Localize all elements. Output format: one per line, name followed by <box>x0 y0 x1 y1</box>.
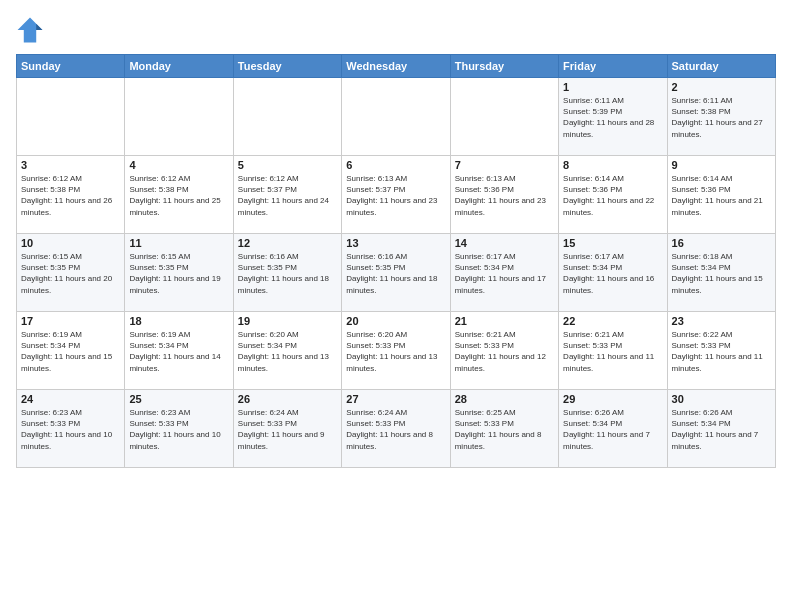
day-number: 1 <box>563 81 662 93</box>
calendar-cell: 19Sunrise: 6:20 AM Sunset: 5:34 PM Dayli… <box>233 312 341 390</box>
day-info: Sunrise: 6:14 AM Sunset: 5:36 PM Dayligh… <box>563 173 662 218</box>
day-number: 14 <box>455 237 554 249</box>
day-number: 10 <box>21 237 120 249</box>
day-number: 23 <box>672 315 771 327</box>
header <box>16 16 776 44</box>
day-number: 26 <box>238 393 337 405</box>
day-info: Sunrise: 6:14 AM Sunset: 5:36 PM Dayligh… <box>672 173 771 218</box>
day-info: Sunrise: 6:23 AM Sunset: 5:33 PM Dayligh… <box>21 407 120 452</box>
day-info: Sunrise: 6:12 AM Sunset: 5:38 PM Dayligh… <box>21 173 120 218</box>
day-info: Sunrise: 6:16 AM Sunset: 5:35 PM Dayligh… <box>346 251 445 296</box>
day-number: 20 <box>346 315 445 327</box>
calendar-cell: 3Sunrise: 6:12 AM Sunset: 5:38 PM Daylig… <box>17 156 125 234</box>
logo <box>16 16 48 44</box>
week-row-4: 17Sunrise: 6:19 AM Sunset: 5:34 PM Dayli… <box>17 312 776 390</box>
day-number: 9 <box>672 159 771 171</box>
day-info: Sunrise: 6:12 AM Sunset: 5:37 PM Dayligh… <box>238 173 337 218</box>
calendar-cell: 28Sunrise: 6:25 AM Sunset: 5:33 PM Dayli… <box>450 390 558 468</box>
day-number: 15 <box>563 237 662 249</box>
weekday-header-wednesday: Wednesday <box>342 55 450 78</box>
weekday-header-friday: Friday <box>559 55 667 78</box>
calendar-cell: 14Sunrise: 6:17 AM Sunset: 5:34 PM Dayli… <box>450 234 558 312</box>
weekday-header-tuesday: Tuesday <box>233 55 341 78</box>
weekday-header-thursday: Thursday <box>450 55 558 78</box>
day-number: 22 <box>563 315 662 327</box>
calendar-cell <box>125 78 233 156</box>
day-of-week-header: SundayMondayTuesdayWednesdayThursdayFrid… <box>17 55 776 78</box>
calendar-cell: 11Sunrise: 6:15 AM Sunset: 5:35 PM Dayli… <box>125 234 233 312</box>
calendar-cell <box>17 78 125 156</box>
day-info: Sunrise: 6:24 AM Sunset: 5:33 PM Dayligh… <box>346 407 445 452</box>
day-number: 12 <box>238 237 337 249</box>
day-number: 7 <box>455 159 554 171</box>
calendar-cell: 9Sunrise: 6:14 AM Sunset: 5:36 PM Daylig… <box>667 156 775 234</box>
calendar-cell: 22Sunrise: 6:21 AM Sunset: 5:33 PM Dayli… <box>559 312 667 390</box>
day-number: 18 <box>129 315 228 327</box>
day-info: Sunrise: 6:26 AM Sunset: 5:34 PM Dayligh… <box>672 407 771 452</box>
calendar-cell: 25Sunrise: 6:23 AM Sunset: 5:33 PM Dayli… <box>125 390 233 468</box>
day-info: Sunrise: 6:15 AM Sunset: 5:35 PM Dayligh… <box>129 251 228 296</box>
day-info: Sunrise: 6:22 AM Sunset: 5:33 PM Dayligh… <box>672 329 771 374</box>
page: SundayMondayTuesdayWednesdayThursdayFrid… <box>0 0 792 612</box>
day-info: Sunrise: 6:20 AM Sunset: 5:33 PM Dayligh… <box>346 329 445 374</box>
calendar-cell: 23Sunrise: 6:22 AM Sunset: 5:33 PM Dayli… <box>667 312 775 390</box>
day-info: Sunrise: 6:17 AM Sunset: 5:34 PM Dayligh… <box>455 251 554 296</box>
day-info: Sunrise: 6:17 AM Sunset: 5:34 PM Dayligh… <box>563 251 662 296</box>
day-number: 17 <box>21 315 120 327</box>
day-number: 21 <box>455 315 554 327</box>
calendar-cell: 10Sunrise: 6:15 AM Sunset: 5:35 PM Dayli… <box>17 234 125 312</box>
week-row-3: 10Sunrise: 6:15 AM Sunset: 5:35 PM Dayli… <box>17 234 776 312</box>
day-number: 25 <box>129 393 228 405</box>
calendar-cell: 5Sunrise: 6:12 AM Sunset: 5:37 PM Daylig… <box>233 156 341 234</box>
day-info: Sunrise: 6:11 AM Sunset: 5:39 PM Dayligh… <box>563 95 662 140</box>
calendar-cell: 27Sunrise: 6:24 AM Sunset: 5:33 PM Dayli… <box>342 390 450 468</box>
day-info: Sunrise: 6:11 AM Sunset: 5:38 PM Dayligh… <box>672 95 771 140</box>
calendar-cell: 2Sunrise: 6:11 AM Sunset: 5:38 PM Daylig… <box>667 78 775 156</box>
calendar-cell: 13Sunrise: 6:16 AM Sunset: 5:35 PM Dayli… <box>342 234 450 312</box>
calendar-cell: 4Sunrise: 6:12 AM Sunset: 5:38 PM Daylig… <box>125 156 233 234</box>
calendar-cell <box>450 78 558 156</box>
day-info: Sunrise: 6:13 AM Sunset: 5:37 PM Dayligh… <box>346 173 445 218</box>
calendar-cell: 29Sunrise: 6:26 AM Sunset: 5:34 PM Dayli… <box>559 390 667 468</box>
day-info: Sunrise: 6:16 AM Sunset: 5:35 PM Dayligh… <box>238 251 337 296</box>
weekday-header-sunday: Sunday <box>17 55 125 78</box>
calendar-cell: 20Sunrise: 6:20 AM Sunset: 5:33 PM Dayli… <box>342 312 450 390</box>
day-number: 5 <box>238 159 337 171</box>
calendar-body: 1Sunrise: 6:11 AM Sunset: 5:39 PM Daylig… <box>17 78 776 468</box>
day-number: 8 <box>563 159 662 171</box>
calendar-cell: 15Sunrise: 6:17 AM Sunset: 5:34 PM Dayli… <box>559 234 667 312</box>
day-info: Sunrise: 6:26 AM Sunset: 5:34 PM Dayligh… <box>563 407 662 452</box>
calendar-cell: 12Sunrise: 6:16 AM Sunset: 5:35 PM Dayli… <box>233 234 341 312</box>
calendar-cell: 26Sunrise: 6:24 AM Sunset: 5:33 PM Dayli… <box>233 390 341 468</box>
weekday-header-saturday: Saturday <box>667 55 775 78</box>
week-row-1: 1Sunrise: 6:11 AM Sunset: 5:39 PM Daylig… <box>17 78 776 156</box>
day-info: Sunrise: 6:21 AM Sunset: 5:33 PM Dayligh… <box>455 329 554 374</box>
day-number: 19 <box>238 315 337 327</box>
calendar-cell: 1Sunrise: 6:11 AM Sunset: 5:39 PM Daylig… <box>559 78 667 156</box>
day-number: 6 <box>346 159 445 171</box>
day-number: 2 <box>672 81 771 93</box>
day-info: Sunrise: 6:18 AM Sunset: 5:34 PM Dayligh… <box>672 251 771 296</box>
calendar-cell: 7Sunrise: 6:13 AM Sunset: 5:36 PM Daylig… <box>450 156 558 234</box>
day-info: Sunrise: 6:23 AM Sunset: 5:33 PM Dayligh… <box>129 407 228 452</box>
day-number: 24 <box>21 393 120 405</box>
day-number: 3 <box>21 159 120 171</box>
calendar-cell <box>342 78 450 156</box>
day-number: 29 <box>563 393 662 405</box>
day-info: Sunrise: 6:13 AM Sunset: 5:36 PM Dayligh… <box>455 173 554 218</box>
day-info: Sunrise: 6:20 AM Sunset: 5:34 PM Dayligh… <box>238 329 337 374</box>
day-info: Sunrise: 6:19 AM Sunset: 5:34 PM Dayligh… <box>129 329 228 374</box>
calendar-cell: 21Sunrise: 6:21 AM Sunset: 5:33 PM Dayli… <box>450 312 558 390</box>
day-info: Sunrise: 6:15 AM Sunset: 5:35 PM Dayligh… <box>21 251 120 296</box>
calendar-cell: 30Sunrise: 6:26 AM Sunset: 5:34 PM Dayli… <box>667 390 775 468</box>
weekday-header-monday: Monday <box>125 55 233 78</box>
calendar-cell: 6Sunrise: 6:13 AM Sunset: 5:37 PM Daylig… <box>342 156 450 234</box>
calendar-table: SundayMondayTuesdayWednesdayThursdayFrid… <box>16 54 776 468</box>
day-number: 4 <box>129 159 228 171</box>
calendar-cell: 8Sunrise: 6:14 AM Sunset: 5:36 PM Daylig… <box>559 156 667 234</box>
calendar-cell: 24Sunrise: 6:23 AM Sunset: 5:33 PM Dayli… <box>17 390 125 468</box>
day-info: Sunrise: 6:12 AM Sunset: 5:38 PM Dayligh… <box>129 173 228 218</box>
day-number: 11 <box>129 237 228 249</box>
calendar-cell: 16Sunrise: 6:18 AM Sunset: 5:34 PM Dayli… <box>667 234 775 312</box>
day-info: Sunrise: 6:21 AM Sunset: 5:33 PM Dayligh… <box>563 329 662 374</box>
